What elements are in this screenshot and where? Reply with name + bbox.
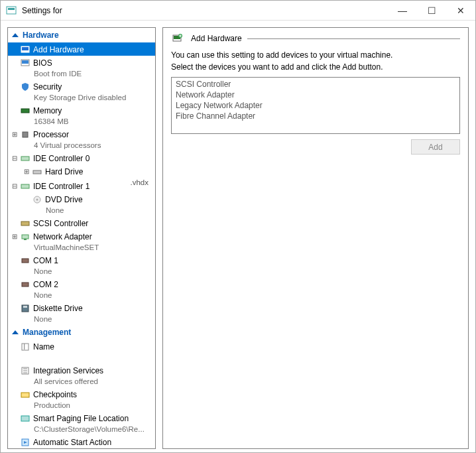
tree-com1[interactable]: COM 1 None [8, 253, 155, 277]
device-listbox[interactable]: SCSI Controller Network Adapter Legacy N… [171, 77, 460, 134]
tree-bios-sub: Boot from IDE [11, 69, 152, 80]
tree-add-hardware[interactable]: Add Hardware [8, 42, 155, 56]
settings-tree[interactable]: Hardware Add Hardware BIOS Boot from IDE [7, 27, 156, 449]
details-desc-1: You can use this setting to add devices … [171, 50, 460, 60]
tree-security[interactable]: Security Key Storage Drive disabled [8, 80, 155, 103]
details-panel: Add Hardware You can use this setting to… [162, 27, 469, 449]
add-hardware-icon [20, 44, 30, 55]
device-option[interactable]: Fibre Channel Adapter [176, 111, 455, 121]
section-hardware[interactable]: Hardware [8, 28, 155, 42]
tree-paging[interactable]: Smart Paging File Location C:\ClusterSto… [8, 411, 155, 435]
tree-security-sub: Key Storage Drive disabled [11, 93, 152, 103]
controller-icon [20, 153, 30, 164]
bios-icon [20, 58, 30, 68]
heading-separator [247, 38, 460, 39]
tree-diskette[interactable]: Diskette Drive None [8, 301, 155, 325]
com-port-icon [20, 255, 30, 266]
add-button[interactable]: Add [411, 139, 460, 155]
expand-icon[interactable] [11, 233, 19, 240]
window-title: Settings for [19, 6, 388, 15]
svg-rect-11 [21, 184, 29, 188]
svg-rect-3 [22, 47, 29, 50]
name-icon: I [20, 342, 30, 352]
svg-rect-9 [21, 157, 29, 161]
tree-integ-sub: All services offered [11, 377, 152, 387]
tree-com2-sub: None [11, 291, 152, 301]
expand-icon[interactable] [11, 131, 19, 138]
svg-point-13 [36, 199, 38, 201]
section-hardware-label: Hardware [23, 31, 59, 40]
svg-rect-6 [21, 109, 29, 113]
svg-rect-24 [21, 393, 29, 397]
titlebar: Settings for — ☐ ✕ [1, 1, 475, 21]
tree-processor[interactable]: Processor 4 Virtual processors [8, 127, 155, 151]
svg-rect-5 [22, 60, 29, 64]
com-port-icon [20, 279, 30, 290]
tree-dvd-drive[interactable]: DVD Drive None [8, 192, 155, 216]
tree-memory-sub: 16384 MB [11, 117, 152, 127]
section-management-label: Management [23, 328, 71, 337]
svg-rect-14 [21, 222, 29, 226]
tree-scsi[interactable]: SCSI Controller [8, 216, 155, 229]
paging-icon [20, 413, 30, 424]
svg-rect-0 [7, 7, 16, 14]
tree-net-sub: VirtualMachineSET [11, 243, 152, 253]
tree-network-adapter[interactable]: Network Adapter VirtualMachineSET [8, 229, 155, 253]
processor-icon [20, 129, 30, 140]
device-option[interactable]: Network Adapter [176, 90, 455, 100]
controller-icon [20, 181, 30, 192]
svg-text:I: I [23, 342, 25, 352]
tree-hard-drive[interactable]: Hard Drive .vhdx [8, 164, 155, 179]
add-hardware-icon [172, 33, 183, 44]
maximize-button[interactable]: ☐ [417, 1, 446, 21]
tree-autostart[interactable]: Automatic Start Action [8, 435, 155, 448]
svg-rect-25 [21, 416, 29, 421]
device-option[interactable]: SCSI Controller [176, 79, 455, 90]
tree-processor-sub: 4 Virtual processors [11, 141, 152, 151]
collapse-icon[interactable] [11, 183, 19, 190]
memory-icon [20, 105, 30, 116]
window-buttons: — ☐ ✕ [388, 1, 475, 21]
details-heading: Add Hardware [171, 33, 460, 44]
svg-rect-18 [22, 283, 29, 287]
tree-checkpoints-sub: Production [11, 401, 152, 411]
minimize-button[interactable]: — [388, 1, 417, 21]
tree-ide0[interactable]: IDE Controller 0 [8, 151, 155, 164]
dvd-icon [32, 194, 42, 205]
tree-paging-sub: C:\ClusterStorage\Volume6\Re... [11, 424, 152, 435]
tree-bios[interactable]: BIOS Boot from IDE [8, 56, 155, 80]
diskette-icon [20, 303, 30, 314]
chevron-up-icon [12, 31, 19, 40]
svg-rect-17 [22, 259, 29, 263]
collapse-icon[interactable] [11, 155, 19, 162]
autostart-icon [20, 437, 30, 448]
svg-rect-15 [22, 235, 29, 239]
device-option[interactable]: Legacy Network Adapter [176, 100, 455, 111]
details-heading-text: Add Hardware [191, 34, 242, 43]
tree-name[interactable]: I Name [8, 340, 155, 363]
checkpoints-icon [20, 389, 30, 400]
settings-window: Settings for — ☐ ✕ Hardware Add Hardware [0, 0, 476, 453]
svg-rect-16 [24, 239, 27, 240]
scsi-icon [20, 218, 30, 229]
tree-dvd-sub: None [11, 206, 152, 216]
integration-icon [20, 365, 30, 376]
shield-icon [20, 82, 30, 92]
svg-rect-1 [8, 8, 15, 10]
tree-integration[interactable]: Integration Services All services offere… [8, 363, 155, 387]
svg-rect-20 [23, 306, 27, 308]
network-icon [20, 231, 30, 242]
hard-drive-icon [32, 166, 42, 177]
details-desc-2: Select the devices you want to add and c… [171, 62, 460, 72]
expand-icon[interactable] [23, 168, 30, 175]
tree-com2[interactable]: COM 2 None [8, 277, 155, 301]
tree-memory[interactable]: Memory 16384 MB [8, 103, 155, 127]
svg-rect-8 [23, 132, 28, 137]
tree-diskette-sub: None [11, 314, 152, 325]
tree-checkpoints[interactable]: Checkpoints Production [8, 387, 155, 411]
close-button[interactable]: ✕ [446, 1, 475, 21]
tree-hard-drive-ext: .vhdx [131, 178, 149, 187]
chevron-up-icon [12, 328, 19, 337]
section-management[interactable]: Management [8, 325, 155, 340]
dialog-buttons: OK Cancel Apply [7, 449, 469, 453]
